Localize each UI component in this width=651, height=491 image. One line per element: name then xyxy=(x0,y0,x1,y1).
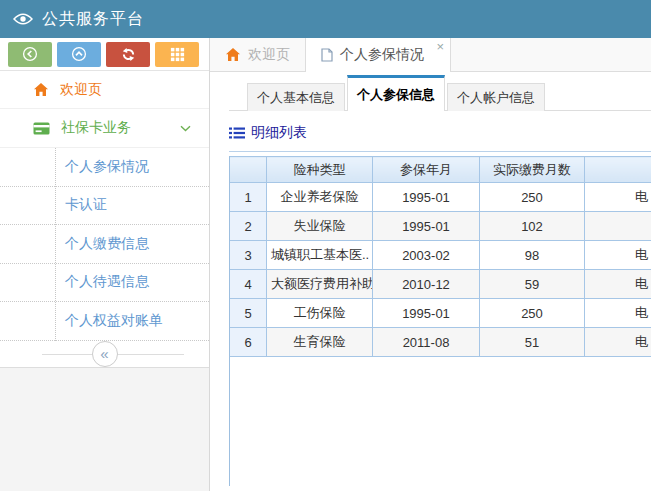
submenu-label: 个人缴费信息 xyxy=(65,235,149,253)
sidebar-item-personal-payment-info[interactable]: 个人缴费信息 xyxy=(0,225,209,264)
cell-enroll-month: 2010-12 xyxy=(373,270,480,299)
sidebar-submenu: 个人参保情况 卡认证 个人缴费信息 个人待遇信息 个人权益对账单 xyxy=(0,148,209,341)
sidebar-item-personal-benefit-info[interactable]: 个人待遇信息 xyxy=(0,264,209,303)
subtab-personal-insurance-info[interactable]: 个人参保信息 xyxy=(347,75,445,111)
sidebar-item-social-card-group[interactable]: 社保卡业务 xyxy=(0,109,209,148)
table-row[interactable]: 5 工伤保险 1995-01 250 电 xyxy=(230,299,651,328)
app-title: 公共服务平台 xyxy=(42,9,144,30)
body-row: 欢迎页 社保卡业务 个人参保情况 卡认证 个人缴费信息 个人待遇信息 个人权益对… xyxy=(0,38,651,491)
cell-paid-months: 250 xyxy=(480,183,585,212)
grid-icon xyxy=(170,47,185,62)
divider xyxy=(229,151,651,152)
tab-content: 个人基本信息 个人参保信息 个人帐户信息 明细列表 xyxy=(210,72,651,491)
app-window: 公共服务平台 xyxy=(0,0,651,491)
cell-index: 1 xyxy=(230,183,267,212)
cell-enroll-month: 1995-01 xyxy=(373,212,480,241)
home-icon xyxy=(225,47,241,62)
tab-label: 个人参保情况 xyxy=(340,46,424,64)
double-chevron-left-icon: « xyxy=(100,345,108,362)
subtab-personal-account-info[interactable]: 个人帐户信息 xyxy=(447,83,545,111)
cell-index: 4 xyxy=(230,270,267,299)
col-header-index[interactable] xyxy=(230,157,267,183)
sidebar-item-personal-insurance-status[interactable]: 个人参保情况 xyxy=(0,148,209,187)
eye-icon xyxy=(13,12,33,26)
collapse-all-button[interactable] xyxy=(57,42,101,67)
col-header-paid-months[interactable]: 实际缴费月数 xyxy=(480,157,585,183)
back-button[interactable] xyxy=(8,42,52,67)
app-header: 公共服务平台 xyxy=(0,0,651,38)
list-icon xyxy=(229,127,245,139)
tab-label: 欢迎页 xyxy=(248,46,290,64)
cell-paid-months: 250 xyxy=(480,299,585,328)
cell-enroll-month: 2011-08 xyxy=(373,328,480,357)
menu-grid-button[interactable] xyxy=(155,42,199,67)
chevron-down-icon xyxy=(180,125,191,132)
table-row[interactable]: 4 大额医疗费用补助 2010-12 59 电 xyxy=(230,270,651,299)
cell-enroll-month: 2003-02 xyxy=(373,241,480,270)
subtab-personal-basic-info[interactable]: 个人基本信息 xyxy=(247,83,345,111)
tab-personal-insurance-status[interactable]: 个人参保情况 × xyxy=(305,38,451,72)
table-row[interactable]: 3 城镇职工基本医.. 2003-02 98 电 xyxy=(230,241,651,270)
cell-enroll-month: 1995-01 xyxy=(373,183,480,212)
cell-insurance-type: 大额医疗费用补助 xyxy=(267,270,373,299)
cell-insurance-type: 企业养老保险 xyxy=(267,183,373,212)
detail-table: 险种类型 参保年月 实际缴费月数 1 企业养老保险 1995-01 250 电 xyxy=(229,156,651,357)
cell-paid-months: 98 xyxy=(480,241,585,270)
cell-extra: 电 xyxy=(585,328,651,357)
subtab-label: 个人帐户信息 xyxy=(457,89,535,107)
sidebar-item-personal-rights-statement[interactable]: 个人权益对账单 xyxy=(0,302,209,341)
table-row[interactable]: 6 生育保险 2011-08 51 电 xyxy=(230,328,651,357)
detail-grid-container: 险种类型 参保年月 实际缴费月数 1 企业养老保险 1995-01 250 电 xyxy=(229,156,651,486)
document-icon xyxy=(321,48,333,62)
cell-paid-months: 51 xyxy=(480,328,585,357)
cell-index: 6 xyxy=(230,328,267,357)
card-icon xyxy=(33,122,50,135)
sidebar-collapse-bar: « xyxy=(0,341,209,367)
table-row[interactable]: 2 失业保险 1995-01 102 xyxy=(230,212,651,241)
table-header-row: 险种类型 参保年月 实际缴费月数 xyxy=(230,157,651,183)
col-header-insurance-type[interactable]: 险种类型 xyxy=(267,157,373,183)
sidebar-collapse-button[interactable]: « xyxy=(92,341,118,367)
tab-welcome-page[interactable]: 欢迎页 xyxy=(210,38,305,71)
cell-index: 5 xyxy=(230,299,267,328)
sidebar-item-card-certification[interactable]: 卡认证 xyxy=(0,187,209,226)
sidebar-item-label: 欢迎页 xyxy=(60,81,102,99)
section-title-row: 明细列表 xyxy=(229,124,651,142)
sidebar-item-welcome[interactable]: 欢迎页 xyxy=(0,71,209,109)
tab-bar: 欢迎页 个人参保情况 × xyxy=(210,38,651,72)
circle-chevron-up-icon xyxy=(71,46,87,62)
cell-extra: 电 xyxy=(585,241,651,270)
cell-extra: 电 xyxy=(585,183,651,212)
sidebar-toolbar xyxy=(0,38,209,71)
submenu-label: 卡认证 xyxy=(65,196,107,214)
cell-paid-months: 59 xyxy=(480,270,585,299)
subtab-label: 个人参保信息 xyxy=(357,86,435,104)
submenu-label: 个人待遇信息 xyxy=(65,273,149,291)
section-title: 明细列表 xyxy=(251,124,307,142)
cell-extra: 电 xyxy=(585,299,651,328)
table-row[interactable]: 1 企业养老保险 1995-01 250 电 xyxy=(230,183,651,212)
close-icon[interactable]: × xyxy=(436,40,444,53)
cell-insurance-type: 城镇职工基本医.. xyxy=(267,241,373,270)
cell-enroll-month: 1995-01 xyxy=(373,299,480,328)
home-icon xyxy=(33,82,49,97)
refresh-icon xyxy=(121,47,136,62)
sidebar-footer-area xyxy=(0,367,209,491)
main-area: 欢迎页 个人参保情况 × 个人基本信息 个人参保信息 个人帐户信息 xyxy=(210,38,651,491)
subtab-label: 个人基本信息 xyxy=(257,89,335,107)
cell-insurance-type: 失业保险 xyxy=(267,212,373,241)
refresh-button[interactable] xyxy=(106,42,150,67)
sidebar: 欢迎页 社保卡业务 个人参保情况 卡认证 个人缴费信息 个人待遇信息 个人权益对… xyxy=(0,38,210,491)
col-header-enroll-month[interactable]: 参保年月 xyxy=(373,157,480,183)
col-header-extra[interactable] xyxy=(585,157,651,183)
circle-chevron-left-icon xyxy=(22,46,38,62)
sidebar-group-label: 社保卡业务 xyxy=(61,119,131,137)
sub-tab-bar: 个人基本信息 个人参保信息 个人帐户信息 xyxy=(229,75,651,111)
cell-extra: 电 xyxy=(585,270,651,299)
cell-index: 3 xyxy=(230,241,267,270)
submenu-label: 个人参保情况 xyxy=(65,158,149,176)
cell-index: 2 xyxy=(230,212,267,241)
submenu-label: 个人权益对账单 xyxy=(65,312,163,330)
cell-insurance-type: 生育保险 xyxy=(267,328,373,357)
cell-extra xyxy=(585,212,651,241)
